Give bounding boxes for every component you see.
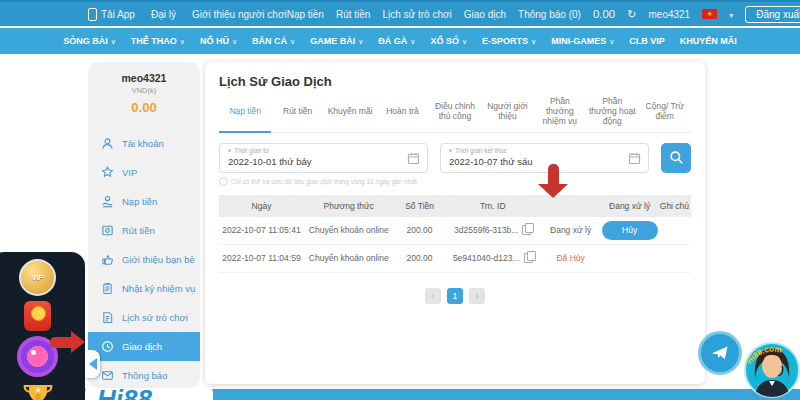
copy-icon[interactable] bbox=[524, 253, 533, 263]
sidebar-balance: 0.00 bbox=[88, 100, 200, 115]
date-from-input[interactable]: Thời gian từ 2022-10-01 thứ bảy bbox=[219, 143, 428, 173]
customer-support-avatar[interactable]: Hi88.com bbox=[742, 322, 800, 400]
pagination: ‹ 1 › bbox=[219, 288, 691, 304]
agent-link[interactable]: Đại lý bbox=[151, 9, 176, 20]
tab-hoan-tra[interactable]: Hoàn trả bbox=[376, 96, 428, 127]
calendar-icon[interactable] bbox=[628, 152, 641, 165]
deposit-link[interactable]: Nạp tiền bbox=[287, 9, 324, 20]
nav-item-no-hu[interactable]: NỔ HŨ bbox=[200, 36, 237, 46]
tab-khuyen-mai[interactable]: Khuyến mãi bbox=[324, 96, 376, 127]
chevron-down-icon[interactable] bbox=[729, 9, 733, 20]
user-icon bbox=[101, 137, 114, 150]
nav-item-da-ga[interactable]: ĐÁ GÀ bbox=[378, 36, 415, 46]
nav-item-ban-ca[interactable]: BẮN CÁ bbox=[252, 36, 295, 46]
cell-method: Chuyển khoản online bbox=[304, 253, 394, 263]
chevron-down-icon bbox=[609, 36, 614, 46]
tab-cong-tru-diem[interactable]: Cộng/ Trừ điểm bbox=[639, 96, 691, 127]
top-bar: Tải App Đại lý Giới thiệu người chơi Nạp… bbox=[0, 0, 800, 26]
vietnam-flag-icon[interactable] bbox=[702, 9, 717, 19]
transactions-link[interactable]: Giao dịch bbox=[464, 9, 506, 20]
download-app-label: Tải App bbox=[101, 9, 135, 20]
tab-phan-thuong-nhiem-vu[interactable]: Phần thưởng nhiệm vụ bbox=[534, 96, 586, 127]
tab-phan-thuong-hoat-dong[interactable]: Phần thưởng hoạt động bbox=[586, 96, 638, 127]
withdraw-icon bbox=[101, 224, 114, 237]
active-tab-underline bbox=[219, 131, 271, 133]
refer-player-link[interactable]: Giới thiệu người chơi bbox=[192, 9, 287, 20]
cell-amount: 200.00 bbox=[394, 253, 446, 263]
telegram-button[interactable] bbox=[698, 331, 742, 375]
withdraw-link[interactable]: Rút tiền bbox=[336, 9, 370, 20]
logout-button[interactable]: Đăng xuất bbox=[745, 6, 800, 23]
topbar-right-group: Nạp tiền Rút tiền Lịch sử trò chơi Giao … bbox=[287, 6, 800, 23]
chevron-down-icon bbox=[232, 36, 237, 46]
search-icon bbox=[669, 150, 684, 165]
chevron-down-icon bbox=[180, 36, 185, 46]
sidebar-item-nhat-ky-nhiem-vu[interactable]: Nhật ký nhiệm vụ bbox=[88, 274, 200, 303]
table-header-row: Ngày Phương thức Số Tiền Trn. ID Đang xử… bbox=[219, 195, 691, 217]
game-history-link[interactable]: Lịch sử trò chơi bbox=[382, 9, 451, 20]
current-page-button[interactable]: 1 bbox=[447, 288, 463, 304]
sidebar-username: meo4321 bbox=[88, 72, 200, 84]
nav-item-song-bai[interactable]: SÒNG BÀI bbox=[63, 36, 116, 46]
topbar-left-group: Tải App Đại lý Giới thiệu người chơi bbox=[88, 8, 287, 21]
notifications-link[interactable]: Thông báo (0) bbox=[518, 9, 581, 20]
account-sidebar: meo4321 VND(k) 0.00 Tài khoản VIP Nạp ti… bbox=[88, 62, 200, 388]
balance-amount: 0.00 bbox=[593, 8, 615, 20]
vip-medal-icon[interactable]: VIP bbox=[19, 259, 56, 296]
next-page-button[interactable]: › bbox=[469, 288, 485, 304]
document-icon bbox=[101, 311, 114, 324]
copy-icon[interactable] bbox=[522, 225, 531, 235]
trophy-icon[interactable] bbox=[21, 382, 55, 400]
cell-trn-id: 5e941040-d123... bbox=[446, 253, 540, 263]
nav-item-mini-games[interactable]: MINI-GAMES bbox=[551, 36, 614, 46]
table-row: 2022-10-07 11:05:41 Chuyển khoản online … bbox=[219, 217, 691, 245]
sidebar-item-vip[interactable]: VIP bbox=[88, 158, 200, 187]
chevron-down-icon bbox=[462, 36, 467, 46]
cell-status: Đã Hủy bbox=[540, 253, 601, 263]
cancel-transaction-button[interactable]: Hủy bbox=[602, 221, 658, 240]
tab-dieu-chinh-thu-cong[interactable]: Điều chỉnh thủ công bbox=[429, 96, 481, 127]
sidebar-item-nap-tien[interactable]: Nạp tiền bbox=[88, 187, 200, 216]
chevron-down-icon bbox=[410, 36, 415, 46]
cell-status: Đang xử lý bbox=[540, 225, 601, 235]
sidebar-currency: VND(k) bbox=[88, 86, 200, 95]
thumbs-up-icon bbox=[101, 253, 114, 266]
red-envelope-icon[interactable] bbox=[24, 301, 51, 332]
table-row: 2022-10-07 11:04:59 Chuyển khoản online … bbox=[219, 245, 691, 273]
username-label[interactable]: meo4321 bbox=[648, 9, 690, 20]
tab-rut-tien[interactable]: Rút tiền bbox=[271, 96, 323, 127]
page-title: Lịch Sử Giao Dịch bbox=[219, 74, 691, 89]
sidebar-item-tai-khoan[interactable]: Tài khoản bbox=[88, 129, 200, 158]
search-button[interactable] bbox=[661, 143, 691, 173]
sidebar-item-thong-bao[interactable]: Thông báo bbox=[88, 361, 200, 390]
tab-nguoi-gioi-thieu[interactable]: Người giới thiệu bbox=[481, 96, 533, 127]
nav-item-game-bai[interactable]: GAME BÀI bbox=[310, 36, 363, 46]
chevron-down-icon bbox=[358, 36, 363, 46]
envelope-icon bbox=[101, 369, 114, 382]
nav-item-xo-so[interactable]: XỔ SỐ bbox=[430, 36, 467, 46]
query-limit-note: Chỉ có thể tra cứu dữ liệu giao dịch tro… bbox=[219, 177, 691, 186]
date-to-value: 2022-10-07 thứ sáu bbox=[449, 156, 622, 167]
nav-item-clb-vip[interactable]: CLB VIP bbox=[629, 36, 665, 46]
widget-collapse-handle[interactable] bbox=[85, 350, 100, 378]
info-icon bbox=[219, 177, 228, 186]
col-so-tien: Số Tiền bbox=[394, 201, 446, 211]
deposit-icon bbox=[101, 195, 114, 208]
col-dang-xu-ly: Đang xử lý bbox=[601, 201, 658, 211]
sidebar-item-giao-dich[interactable]: Giao dịch bbox=[88, 332, 200, 361]
sidebar-item-lich-su-tro-choi[interactable]: Lịch sử trò chơi bbox=[88, 303, 200, 332]
clock-icon bbox=[101, 340, 114, 353]
calendar-icon[interactable] bbox=[407, 152, 420, 165]
nav-item-khuyen-mai[interactable]: KHUYẾN MÃI bbox=[680, 36, 737, 46]
refresh-icon[interactable] bbox=[627, 8, 636, 21]
transactions-table: Ngày Phương thức Số Tiền Trn. ID Đang xử… bbox=[219, 195, 691, 273]
prev-page-button[interactable]: ‹ bbox=[425, 288, 441, 304]
nav-item-e-sports[interactable]: E-SPORTS bbox=[482, 36, 536, 46]
download-app-link[interactable]: Tải App bbox=[88, 8, 135, 21]
nav-item-the-thao[interactable]: THỂ THAO bbox=[131, 36, 185, 46]
sidebar-item-gioi-thieu-ban-be[interactable]: Giới thiệu bạn bè bbox=[88, 245, 200, 274]
date-from-label: Thời gian từ bbox=[228, 147, 401, 154]
sidebar-item-rut-tien[interactable]: Rút tiền bbox=[88, 216, 200, 245]
tab-nap-tien[interactable]: Nạp tiền bbox=[219, 96, 271, 127]
chevron-left-icon bbox=[89, 358, 97, 370]
